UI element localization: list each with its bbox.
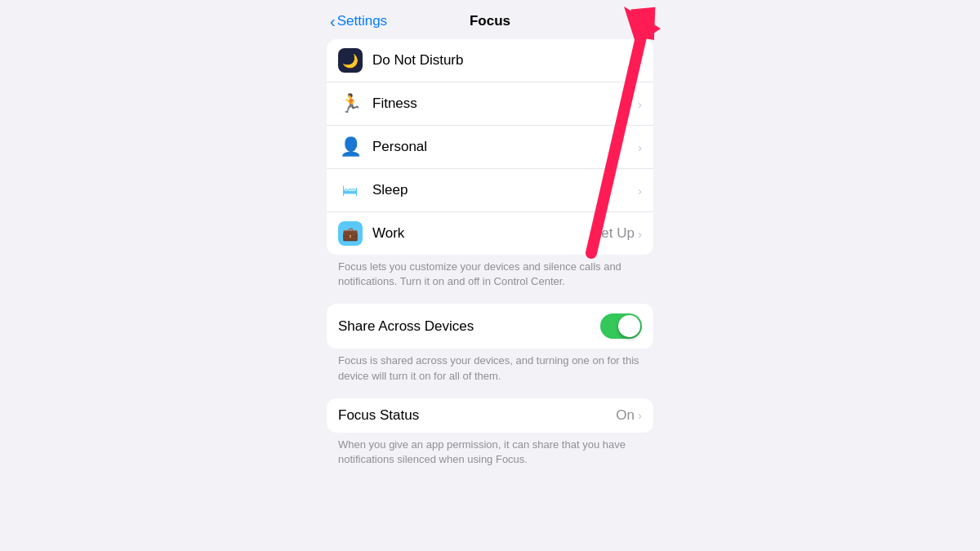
share-across-devices-toggle[interactable]: [600, 313, 642, 339]
toggle-knob: [618, 315, 640, 337]
work-icon: 💼: [338, 221, 363, 246]
focus-item-personal[interactable]: 👤 Personal ›: [327, 126, 653, 169]
back-chevron-icon: ‹: [330, 12, 336, 31]
share-across-devices-label: Share Across Devices: [338, 318, 600, 335]
do-not-disturb-label: Do Not Disturb: [372, 52, 638, 69]
work-label: Work: [372, 225, 592, 242]
chevron-right-icon: ›: [638, 408, 642, 422]
focus-item-fitness[interactable]: 🏃 Fitness ›: [327, 82, 653, 126]
page-title: Focus: [470, 13, 510, 29]
chevron-right-icon: ›: [638, 54, 642, 68]
focus-item-sleep[interactable]: 🛏 Sleep ›: [327, 169, 653, 212]
share-across-devices-section: Share Across Devices Focus is shared acr…: [327, 304, 653, 391]
share-across-devices-card: Share Across Devices: [327, 304, 653, 349]
back-label: Settings: [337, 13, 387, 29]
focus-status-section: Focus Status On › When you give an app p…: [327, 398, 653, 475]
fitness-label: Fitness: [372, 96, 638, 112]
focus-list-footer: Focus lets you customize your devices an…: [327, 255, 653, 297]
focus-status-footer: When you give an app permission, it can …: [327, 433, 653, 475]
chevron-right-icon: ›: [638, 227, 642, 241]
focus-status-card: Focus Status On ›: [327, 398, 653, 433]
add-button[interactable]: +: [639, 11, 650, 31]
chevron-right-icon: ›: [638, 184, 642, 198]
sleep-label: Sleep: [372, 182, 638, 198]
do-not-disturb-icon: 🌙: [338, 48, 363, 73]
sleep-icon: 🛏: [338, 178, 363, 202]
chevron-right-icon: ›: [638, 140, 642, 154]
personal-icon: 👤: [338, 135, 363, 159]
fitness-icon: 🏃: [338, 91, 363, 116]
share-across-devices-row: Share Across Devices: [327, 304, 653, 349]
focus-status-row[interactable]: Focus Status On ›: [327, 398, 653, 433]
focus-item-work[interactable]: 💼 Work Set Up ›: [327, 212, 653, 255]
personal-label: Personal: [372, 139, 638, 155]
focus-status-value: On: [616, 407, 635, 424]
back-button[interactable]: ‹ Settings: [330, 12, 387, 31]
chevron-right-icon: ›: [638, 97, 642, 111]
focus-item-do-not-disturb[interactable]: 🌙 Do Not Disturb ›: [327, 39, 653, 82]
focus-list-card: 🌙 Do Not Disturb › 🏃 Fitness › 👤 Persona…: [327, 39, 653, 255]
navigation-header: ‹ Settings Focus +: [314, 0, 666, 39]
focus-status-label: Focus Status: [338, 407, 616, 424]
focus-list-section: 🌙 Do Not Disturb › 🏃 Fitness › 👤 Persona…: [327, 39, 653, 297]
share-across-devices-footer: Focus is shared across your devices, and…: [327, 349, 653, 391]
work-secondary-label: Set Up: [592, 225, 635, 242]
